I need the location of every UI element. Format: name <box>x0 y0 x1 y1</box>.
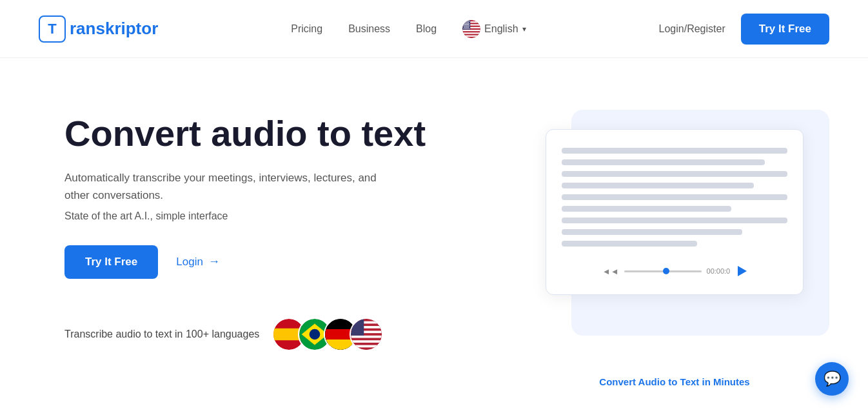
languages-text: Transcribe audio to text in 100+ languag… <box>64 329 259 340</box>
hero-description: Automatically transcribe your meetings, … <box>64 169 387 204</box>
hero-illustration: ◄◄ 00:00:0 Convert Audio to Text in Minu… <box>546 110 829 355</box>
login-register-link[interactable]: Login/Register <box>659 23 725 35</box>
hero-try-free-button[interactable]: Try It Free <box>64 245 158 279</box>
us-flag-icon: ★★★★★ ★★★★ ★★★★★ ★★★★ ★★★★★ ★★★★ ★★★★★ <box>462 20 480 38</box>
text-line-4 <box>562 183 754 188</box>
nav-right: Login/Register Try It Free <box>659 14 829 45</box>
progress-bar[interactable] <box>624 270 702 272</box>
hero-section: Convert audio to text Automatically tran… <box>0 58 868 394</box>
chevron-down-icon: ▾ <box>522 25 526 34</box>
nav-pricing[interactable]: Pricing <box>291 23 322 35</box>
text-line-2 <box>562 159 765 165</box>
audio-player: ◄◄ 00:00:0 <box>562 259 787 276</box>
text-line-8 <box>562 229 742 235</box>
hero-content: Convert audio to text Automatically tran… <box>64 114 426 351</box>
nav-business[interactable]: Business <box>348 23 390 35</box>
logo[interactable]: T ranskriptor <box>39 15 158 43</box>
text-preview-lines <box>562 148 787 247</box>
language-label: English <box>484 23 518 35</box>
svg-text:★: ★ <box>468 26 470 29</box>
text-line-5 <box>562 194 787 200</box>
nav-links: Pricing Business Blog <box>291 20 526 38</box>
hero-card: ◄◄ 00:00:0 <box>546 129 804 295</box>
text-line-6 <box>562 206 731 212</box>
svg-rect-7 <box>462 32 480 34</box>
hero-login-label: Login <box>176 256 203 268</box>
time-start: ◄◄ <box>602 267 619 276</box>
svg-rect-3 <box>462 21 480 23</box>
text-line-9 <box>562 241 697 247</box>
text-line-3 <box>562 171 787 177</box>
language-selector[interactable]: ★★★★★ ★★★★ ★★★★★ ★★★★ ★★★★★ ★★★★ ★★★★★ E… <box>462 20 526 38</box>
nav-try-free-button[interactable]: Try It Free <box>741 14 829 45</box>
chat-icon: 💬 <box>824 370 841 387</box>
chat-button[interactable]: 💬 <box>815 362 849 394</box>
svg-rect-59 <box>351 340 382 343</box>
svg-rect-58 <box>351 336 382 338</box>
svg-rect-61 <box>351 319 364 336</box>
svg-rect-60 <box>351 345 382 348</box>
logo-icon: T <box>39 15 66 43</box>
svg-rect-8 <box>462 35 480 36</box>
text-line-7 <box>562 218 787 223</box>
arrow-right-icon: → <box>208 255 220 268</box>
card-caption: Convert Audio to Text in Minutes <box>546 376 804 387</box>
hero-title: Convert audio to text <box>64 114 426 154</box>
navbar: T ranskriptor Pricing Business Blog <box>0 0 868 58</box>
languages-row: Transcribe audio to text in 100+ languag… <box>64 318 426 351</box>
nav-blog[interactable]: Blog <box>416 23 437 35</box>
playhead <box>663 268 669 274</box>
text-line-1 <box>562 148 787 154</box>
svg-text:★: ★ <box>463 20 465 23</box>
time-text: 00:00:0 <box>707 267 731 275</box>
logo-text: ranskriptor <box>70 19 158 39</box>
play-button-icon[interactable] <box>738 266 747 276</box>
hero-tagline: State of the art A.I., simple interface <box>64 210 426 222</box>
svg-point-46 <box>310 329 321 340</box>
svg-rect-55 <box>351 321 382 324</box>
flags-group <box>272 318 383 351</box>
us-flag-small-icon <box>350 318 383 351</box>
hero-login-link[interactable]: Login → <box>176 255 220 268</box>
hero-actions: Try It Free Login → <box>64 245 426 279</box>
svg-rect-6 <box>462 30 480 31</box>
